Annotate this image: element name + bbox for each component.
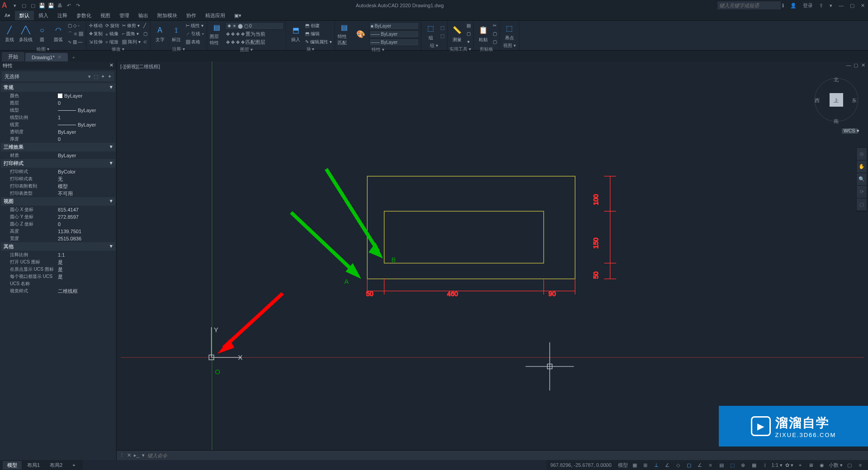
stretch-button[interactable]: ⇲ 拉伸	[88, 38, 104, 46]
prop-row[interactable]: 宽度2515.0836	[0, 235, 116, 242]
prop-value[interactable]: 是	[58, 266, 116, 273]
prop-value[interactable]: 0	[58, 221, 116, 227]
qat-undo-icon[interactable]: ↶	[65, 1, 73, 9]
draw-sm3[interactable]: ∿ ▥ —	[67, 38, 84, 46]
prop-row[interactable]: 视觉样式二维线框	[0, 287, 116, 295]
sel-add-icon[interactable]: ✦	[108, 74, 112, 80]
sel-dd-icon[interactable]: ▾	[88, 74, 91, 80]
prop-row[interactable]: 打开 UCS 图标是	[0, 258, 116, 266]
prop-value[interactable]: ByLayer	[58, 153, 116, 158]
prop-row[interactable]: 颜色ByLayer	[0, 92, 116, 99]
status-gear[interactable]: ✿ ▾	[785, 462, 793, 468]
scale-button[interactable]: ⟐ 缩放	[104, 38, 120, 46]
text-button[interactable]: A文字	[152, 25, 168, 43]
iso-toggle-icon[interactable]: ◇	[674, 461, 682, 469]
transparency-icon[interactable]: ▤	[717, 461, 726, 469]
paste-button[interactable]: 📋粘贴	[476, 25, 491, 43]
selection-cycle-icon[interactable]: ⬚	[728, 461, 736, 469]
group-button[interactable]: ⬚组	[423, 23, 439, 41]
quickprops-icon[interactable]: ▦	[750, 461, 758, 469]
qat-new-icon[interactable]: ▢	[20, 1, 28, 9]
prop-value[interactable]: 是	[58, 273, 116, 280]
prop-value[interactable]: ByColor	[58, 169, 116, 174]
edit-attrs[interactable]: ✎ 编辑属性 ▾	[304, 38, 333, 46]
lineweight-icon[interactable]: ≡	[707, 461, 715, 469]
ortho-toggle-icon[interactable]: ⊥	[652, 461, 660, 469]
match-props-button[interactable]: ▤特性 匹配	[337, 22, 352, 46]
prop-row[interactable]: 打印表类型不可用	[0, 190, 116, 197]
prop-value[interactable]: 0	[58, 100, 116, 106]
tab-parametric[interactable]: 参数化	[72, 11, 96, 20]
array-button[interactable]: ▦ 阵列 ▾	[121, 38, 142, 46]
rotate-button[interactable]: ⟳ 旋转	[104, 22, 120, 29]
prop-value[interactable]: ByLayer	[58, 108, 116, 113]
prop-row[interactable]: 厚度0	[0, 136, 116, 143]
tab-layout1[interactable]: 布局1	[23, 461, 44, 470]
minimize-icon[interactable]: —	[837, 3, 845, 8]
tab-annotate[interactable]: 注释	[53, 11, 72, 20]
tab-manage[interactable]: 管理	[115, 11, 134, 20]
tab-overflow-icon[interactable]: ▣▾	[230, 11, 246, 20]
share-icon[interactable]: ⇪	[818, 3, 825, 9]
snap-toggle-icon[interactable]: ⊞	[642, 461, 650, 469]
prop-value[interactable]: 二维线框	[58, 288, 116, 295]
copy-clip-button[interactable]: ▢	[492, 30, 498, 38]
move-button[interactable]: ✢ 移动	[88, 22, 104, 29]
prop-value[interactable]: ByLayer	[58, 93, 116, 99]
prop-section-header[interactable]: 三维效果▾	[1, 143, 115, 151]
prop-value[interactable]: ByLayer	[58, 129, 116, 135]
prop-row[interactable]: 高度1139.7501	[0, 228, 116, 235]
nav-pan-icon[interactable]: ✋	[857, 160, 867, 173]
qat-saveas-icon[interactable]: 💾	[47, 1, 55, 9]
prop-section-header[interactable]: 常规▾	[1, 83, 115, 92]
qat-redo-icon[interactable]: ↷	[74, 1, 82, 9]
circle-button[interactable]: ○圆	[34, 25, 50, 43]
view-cube[interactable]: 上 北 南 西 东 WCS ▾	[814, 75, 859, 134]
layer-tools2[interactable]: ✥ ✥ ✥ ✥ 匹配图层	[225, 38, 284, 46]
close-tab-icon[interactable]: ✕	[57, 54, 61, 60]
panel-close-icon[interactable]: ✕	[109, 62, 113, 69]
doctab-drawing1[interactable]: Drawing1*✕	[25, 53, 68, 61]
workspace-icon[interactable]: +	[796, 461, 804, 469]
prop-value[interactable]: 815.4147	[58, 207, 116, 212]
measure-button[interactable]: 📏测量	[449, 25, 465, 43]
leader-button[interactable]: ⟋ 引线 ▾	[185, 30, 205, 38]
drawing-canvas[interactable]: Y X O A B 50 460 90	[117, 61, 868, 460]
group-sm1[interactable]: ⬚	[439, 24, 445, 32]
info-icon[interactable]: ℹ	[781, 3, 785, 9]
cmd-handle-icon[interactable]: ⋮	[119, 452, 124, 458]
prop-row[interactable]: 线型比例1	[0, 114, 116, 121]
annoscale-icon[interactable]: ⟟	[761, 461, 769, 469]
status-model[interactable]: 模型	[618, 461, 628, 469]
mod-sm2[interactable]: ▢	[142, 30, 148, 38]
clean-screen-icon[interactable]: ▢	[845, 461, 854, 469]
tab-output[interactable]: 输出	[134, 11, 153, 20]
tab-addins[interactable]: 附加模块	[153, 11, 182, 20]
new-tab-button[interactable]: +	[69, 53, 79, 61]
prop-row[interactable]: 打印表附着到模型	[0, 183, 116, 190]
tab-add-layout[interactable]: +	[68, 461, 80, 469]
prop-row[interactable]: 透明度ByLayer	[0, 128, 116, 136]
prop-row[interactable]: 图层0	[0, 99, 116, 107]
grid-toggle-icon[interactable]: ▦	[631, 461, 639, 469]
prop-row[interactable]: 圆心 Y 坐标272.8597	[0, 213, 116, 221]
qat-open-icon[interactable]: ▢	[29, 1, 37, 9]
prop-row[interactable]: 注释比例1:1	[0, 251, 116, 258]
draw-sm2[interactable]: ⌒ ⊙ ▦	[67, 30, 84, 38]
table-button[interactable]: ▦ 表格	[185, 38, 205, 46]
mod-sm3[interactable]: ⊂	[142, 38, 148, 46]
linetype-select[interactable]: —— ByLayer	[369, 38, 419, 46]
fillet-button[interactable]: ⌐ 圆角 ▾	[121, 30, 142, 38]
prop-row[interactable]: 圆心 Z 坐标0	[0, 221, 116, 228]
layer-selector[interactable]: ✹ ☀ ⬤ ▢ 0	[225, 22, 284, 30]
cmd-close-icon[interactable]: ✕	[127, 452, 131, 458]
prop-row[interactable]: 圆心 X 坐标815.4147	[0, 206, 116, 213]
mirror-button[interactable]: ⟁ 镜像	[104, 30, 120, 38]
nav-zoom-icon[interactable]: 🔍	[857, 173, 867, 186]
selection-dropdown[interactable]: 无选择 ▾⬚✦✦	[2, 71, 114, 81]
linear-dim-button[interactable]: ⊢ 线性 ▾	[185, 22, 205, 29]
basepoint-button[interactable]: ⬚基点	[502, 23, 517, 41]
nav-showmotion-icon[interactable]: ▢	[857, 198, 867, 211]
status-scale[interactable]: 1:1 ▾	[772, 462, 783, 468]
qat-menu-icon[interactable]: ▾	[11, 1, 19, 9]
